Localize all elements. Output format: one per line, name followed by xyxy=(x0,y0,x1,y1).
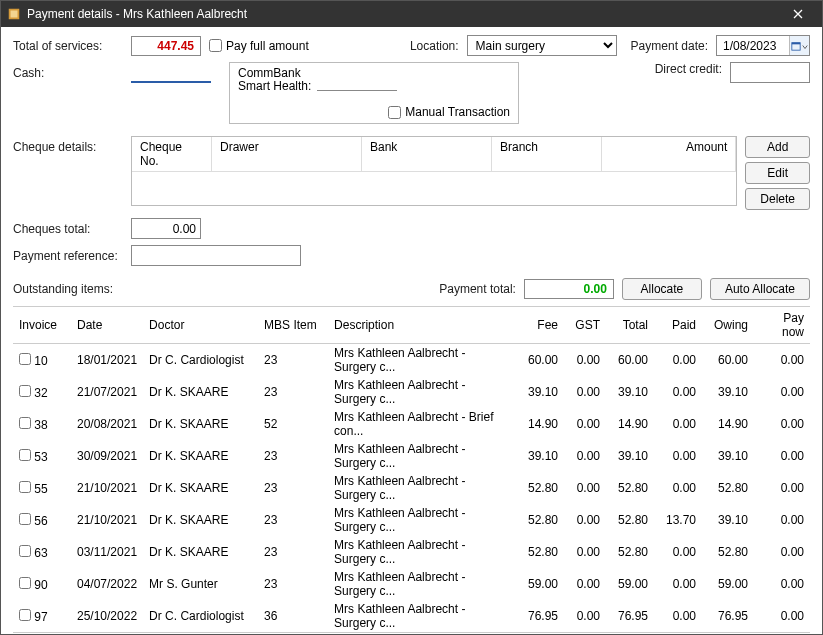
col-paid: Paid xyxy=(654,307,702,344)
table-row[interactable]: 5330/09/2021Dr K. SKAARE23Mrs Kathleen A… xyxy=(13,440,810,472)
svg-rect-1 xyxy=(11,11,18,18)
window-title: Payment details - Mrs Kathleen Aalbrecht xyxy=(27,7,780,21)
table-row[interactable]: 3820/08/2021Dr K. SKAARE52Mrs Kathleen A… xyxy=(13,408,810,440)
col-invoice: Invoice xyxy=(13,307,71,344)
total-of-services-label: Total of services: xyxy=(13,39,123,53)
row-checkbox[interactable] xyxy=(19,417,31,429)
row-checkbox[interactable] xyxy=(19,449,31,461)
manual-transaction-checkbox[interactable]: Manual Transaction xyxy=(388,105,510,119)
row-checkbox[interactable] xyxy=(19,545,31,557)
payment-reference-label: Payment reference: xyxy=(13,249,123,263)
payment-date-field[interactable] xyxy=(716,35,810,56)
titlebar: Payment details - Mrs Kathleen Aalbrecht xyxy=(1,1,822,27)
manual-transaction-label: Manual Transaction xyxy=(405,105,510,119)
calendar-icon[interactable] xyxy=(789,36,809,55)
app-icon xyxy=(7,7,21,21)
cheque-table-header: Cheque No. Drawer Bank Branch Amount xyxy=(132,137,736,172)
col-mbs: MBS Item xyxy=(258,307,328,344)
add-button[interactable]: Add xyxy=(745,136,810,158)
row-checkbox[interactable] xyxy=(19,481,31,493)
cheque-details-label: Cheque details: xyxy=(13,136,123,154)
row-checkbox[interactable] xyxy=(19,353,31,365)
table-row[interactable]: 1018/01/2021Dr C. Cardiologist23Mrs Kath… xyxy=(13,344,810,377)
cheque-col-amount: Amount xyxy=(602,137,736,171)
close-button[interactable] xyxy=(780,1,816,27)
cheque-col-no: Cheque No. xyxy=(132,137,212,171)
commbank-label: CommBank xyxy=(238,66,301,80)
delete-button[interactable]: Delete xyxy=(745,188,810,210)
total-of-services-value: 447.45 xyxy=(131,36,201,56)
edit-button[interactable]: Edit xyxy=(745,162,810,184)
cheque-col-branch: Branch xyxy=(492,137,602,171)
table-row[interactable]: 5521/10/2021Dr K. SKAARE23Mrs Kathleen A… xyxy=(13,472,810,504)
grid-header-row: Invoice Date Doctor MBS Item Description… xyxy=(13,307,810,344)
table-row[interactable]: 9725/10/2022Dr C. Cardiologist36Mrs Kath… xyxy=(13,600,810,632)
allocate-button[interactable]: Allocate xyxy=(622,278,702,300)
cheque-table[interactable]: Cheque No. Drawer Bank Branch Amount xyxy=(131,136,737,206)
row-checkbox[interactable] xyxy=(19,577,31,589)
col-fee: Fee xyxy=(516,307,564,344)
invoice-grid[interactable]: Invoice Date Doctor MBS Item Description… xyxy=(13,306,810,633)
table-row[interactable]: 6303/11/2021Dr K. SKAARE23Mrs Kathleen A… xyxy=(13,536,810,568)
col-total: Total xyxy=(606,307,654,344)
col-owing: Owing xyxy=(702,307,754,344)
col-date: Date xyxy=(71,307,143,344)
svg-rect-3 xyxy=(792,42,800,44)
location-label: Location: xyxy=(410,39,459,53)
payment-date-input[interactable] xyxy=(717,36,789,55)
outstanding-items-label: Outstanding items: xyxy=(13,282,113,296)
payment-details-window: Payment details - Mrs Kathleen Aalbrecht… xyxy=(0,0,823,635)
col-paynow: Pay now xyxy=(754,307,810,344)
payment-total-value: 0.00 xyxy=(524,279,614,299)
payment-date-label: Payment date: xyxy=(631,39,708,53)
cheques-total-label: Cheques total: xyxy=(13,222,123,236)
col-doctor: Doctor xyxy=(143,307,258,344)
content-area: Total of services: 447.45 Pay full amoun… xyxy=(1,27,822,635)
cheque-col-bank: Bank xyxy=(362,137,492,171)
cheques-total-value xyxy=(131,218,201,239)
row-checkbox[interactable] xyxy=(19,513,31,525)
cheque-col-drawer: Drawer xyxy=(212,137,362,171)
pay-full-amount-input[interactable] xyxy=(209,39,222,52)
row-checkbox[interactable] xyxy=(19,609,31,621)
smart-health-label: Smart Health: xyxy=(238,79,311,93)
direct-credit-input[interactable] xyxy=(730,62,810,83)
pay-full-amount-checkbox[interactable]: Pay full amount xyxy=(209,39,309,53)
direct-credit-label: Direct credit: xyxy=(655,62,722,76)
manual-transaction-input[interactable] xyxy=(388,106,401,119)
commbank-group: CommBank Smart Health: Manual Transactio… xyxy=(229,62,519,124)
table-row[interactable]: 9004/07/2022Mr S. Gunter23Mrs Kathleen A… xyxy=(13,568,810,600)
payment-reference-input[interactable] xyxy=(131,245,301,266)
cash-input[interactable] xyxy=(131,62,211,83)
chevron-down-icon xyxy=(802,39,808,53)
row-checkbox[interactable] xyxy=(19,385,31,397)
table-row[interactable]: 5621/10/2021Dr K. SKAARE23Mrs Kathleen A… xyxy=(13,504,810,536)
col-desc: Description xyxy=(328,307,516,344)
smart-health-input[interactable] xyxy=(317,70,397,91)
cash-label: Cash: xyxy=(13,62,123,80)
location-select[interactable]: Main surgery xyxy=(467,35,617,56)
table-row[interactable]: 3221/07/2021Dr K. SKAARE23Mrs Kathleen A… xyxy=(13,376,810,408)
auto-allocate-button[interactable]: Auto Allocate xyxy=(710,278,810,300)
payment-total-label: Payment total: xyxy=(439,282,516,296)
col-gst: GST xyxy=(564,307,606,344)
pay-full-amount-label: Pay full amount xyxy=(226,39,309,53)
